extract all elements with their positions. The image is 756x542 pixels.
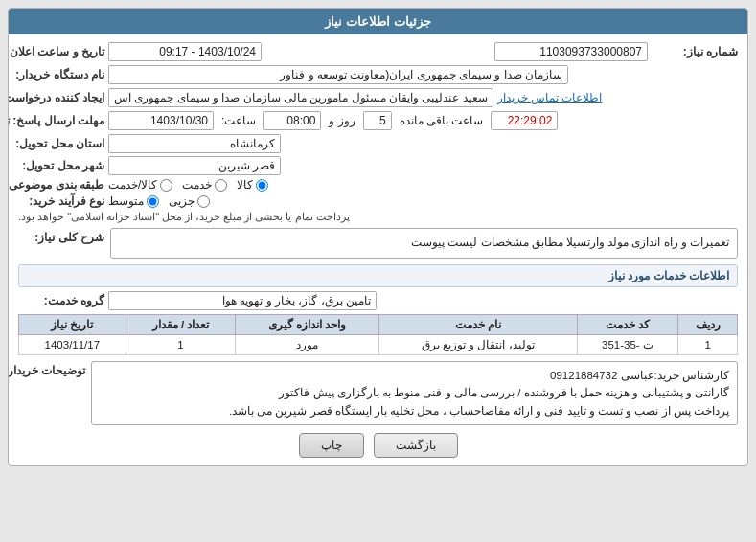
creator-label: ایجاد کننده درخواست: bbox=[18, 91, 104, 104]
cell-code: ت -35-351 bbox=[577, 335, 678, 355]
buyer-name-label: نام دستگاه خریدار: bbox=[18, 68, 104, 81]
service-group-label: گروه خدمت: bbox=[18, 294, 104, 307]
col-qty: تعداد / مقدار bbox=[126, 315, 236, 335]
category-radio-kala[interactable]: کالا bbox=[237, 178, 268, 192]
deadline-remain-label: ساعت باقی مانده bbox=[400, 114, 484, 127]
category-radio-group: کالا/خدمت خدمت کالا bbox=[108, 178, 268, 192]
cell-qty: 1 bbox=[126, 335, 236, 355]
cell-unit: مورد bbox=[236, 335, 378, 355]
need-number-label: شماره نیاز: bbox=[652, 45, 738, 58]
header-title: جزئیات اطلاعات نیاز bbox=[325, 14, 430, 29]
payment-note: پرداخت تمام یا بخشی از مبلغ خرید، از محل… bbox=[18, 211, 350, 223]
process-radio-group: متوسط جزیی bbox=[108, 194, 210, 208]
process-radio-motavaset[interactable]: متوسط bbox=[108, 194, 159, 208]
creator-value: سعید عندلیبی وایقان مسئول مامورین مالی س… bbox=[108, 88, 493, 107]
category-radio-khedmat[interactable]: خدمت bbox=[182, 178, 227, 192]
delivery-city-value: قصر شیرین bbox=[108, 156, 281, 175]
col-unit: واحد اندازه گیری bbox=[236, 315, 378, 335]
date-label: تاریخ و ساعت اعلان عمومی: bbox=[18, 45, 104, 58]
service-info-section-header: اطلاعات خدمات مورد نیاز bbox=[18, 264, 738, 287]
table-row: 1 ت -35-351 تولید، انتقال و توزیع برق مو… bbox=[19, 335, 738, 355]
need-desc-label: شرح کلی نیاز: bbox=[18, 228, 104, 244]
date-value: 1403/10/24 - 09:17 bbox=[108, 42, 262, 61]
process-radio-jozi[interactable]: جزیی bbox=[169, 194, 210, 208]
buyer-notes-content: کارشناس خرید:عباسی 09121884732 گارانتی و… bbox=[91, 361, 738, 425]
button-row: چاپ بازگشت bbox=[18, 433, 738, 458]
cell-row: 1 bbox=[678, 335, 738, 355]
col-name: نام خدمت bbox=[378, 315, 577, 335]
col-row: ردیف bbox=[678, 315, 738, 335]
buyer-notes-label: توضیحات خریدار: bbox=[18, 361, 85, 377]
deadline-time: 08:00 bbox=[263, 111, 321, 130]
services-table: ردیف کد خدمت نام خدمت واحد اندازه گیری ت… bbox=[18, 314, 738, 355]
deadline-day: 5 bbox=[363, 111, 392, 130]
print-button[interactable]: چاپ bbox=[299, 433, 364, 458]
deadline-day-label: روز و bbox=[329, 114, 355, 127]
category-label: طبقه بندی موضوعی: bbox=[18, 178, 104, 192]
deadline-time-label: ساعت: bbox=[221, 114, 256, 127]
cell-name: تولید، انتقال و توزیع برق bbox=[378, 335, 577, 355]
deadline-date: 1403/10/30 bbox=[108, 111, 214, 130]
delivery-city-label: شهر محل تحویل: bbox=[18, 159, 104, 172]
back-button[interactable]: بازگشت bbox=[374, 433, 458, 458]
buyer-name-value: سازمان صدا و سیمای جمهوری ایران(معاونت ت… bbox=[108, 65, 568, 84]
delivery-province-value: کرمانشاه bbox=[108, 134, 281, 153]
col-date: تاریخ نیاز bbox=[19, 315, 126, 335]
buyer-notes-line3: پرداخت پس از نصب و تست و تایید فنی و ارا… bbox=[100, 402, 729, 419]
process-label: نوع فرآیند خرید: bbox=[18, 194, 104, 208]
buyer-notes-line2: گارانتی و پشتیبانی و هزینه حمل با فروشند… bbox=[100, 384, 729, 401]
col-code: کد خدمت bbox=[577, 315, 678, 335]
need-number-value: 1103093733000807 bbox=[494, 42, 648, 61]
deadline-remain: 22:29:02 bbox=[491, 111, 558, 130]
contact-link[interactable]: اطلاعات تماس خریدار bbox=[497, 91, 603, 104]
service-group-value: تامین برق، گاز، بخار و تهویه هوا bbox=[108, 291, 377, 310]
cell-date: 1403/11/17 bbox=[19, 335, 126, 355]
need-desc-value: تعمیرات و راه اندازی مولد وارتسیلا مطابق… bbox=[110, 228, 738, 259]
category-radio-kala-khedmat[interactable]: کالا/خدمت bbox=[108, 178, 172, 192]
buyer-notes-line1: کارشناس خرید:عباسی 09121884732 bbox=[100, 367, 729, 384]
deadline-label: مهلت ارسال پاسخ: تا تاریخ: bbox=[18, 114, 104, 127]
card-header: جزئیات اطلاعات نیاز bbox=[9, 9, 747, 34]
delivery-province-label: استان محل تحویل: bbox=[18, 137, 104, 150]
